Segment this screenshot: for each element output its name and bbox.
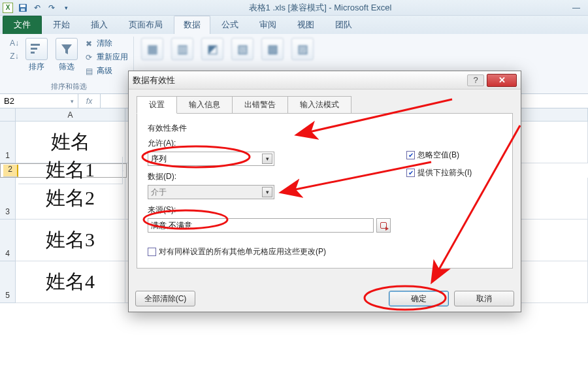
window-minimize-icon[interactable]: ― <box>567 2 585 14</box>
filter-label: 筛选 <box>59 61 74 73</box>
checkbox-checked-icon: ✔ <box>406 151 415 159</box>
tab-home[interactable]: 开始 <box>43 16 80 34</box>
sort-desc-button[interactable]: Z↓ <box>9 51 20 61</box>
sort-icon <box>25 38 48 60</box>
checkbox-checked-icon: ✔ <box>406 169 415 177</box>
tool-icon: ▧ <box>231 38 253 60</box>
filter-advanced-label: 高级 <box>97 65 112 76</box>
select-all-corner[interactable] <box>0 108 16 122</box>
chevron-down-icon: ▾ <box>262 154 272 164</box>
clear-all-button[interactable]: 全部清除(C) <box>135 291 195 306</box>
excel-app-icon: X <box>3 3 13 13</box>
checkbox-unchecked-icon: ✔ <box>148 248 156 256</box>
data-tool-2[interactable]: ▥ <box>169 37 195 60</box>
tab-team[interactable]: 团队 <box>325 16 362 34</box>
tab-review[interactable]: 审阅 <box>250 16 286 34</box>
tool-icon: ▨ <box>291 38 314 60</box>
chevron-down-icon: ▾ <box>262 187 272 197</box>
data-label: 数据(D): <box>148 171 391 182</box>
svg-rect-3 <box>31 44 40 46</box>
ignore-blank-checkbox[interactable]: ✔ 忽略空值(B) <box>406 150 472 161</box>
svg-rect-1 <box>20 5 25 7</box>
name-box[interactable]: B2 ▾ <box>0 94 78 108</box>
advanced-icon: ▤ <box>84 66 94 76</box>
cancel-button[interactable]: 取消 <box>454 291 514 306</box>
name-box-dropdown-icon[interactable]: ▾ <box>71 98 74 105</box>
data-tool-3[interactable]: ◩ <box>199 37 225 60</box>
allow-label: 允许(A): <box>148 138 391 149</box>
sort-desc-icon: Z↓ <box>9 51 20 61</box>
name-box-value: B2 <box>4 96 14 106</box>
file-tab[interactable]: 文件 <box>3 16 42 34</box>
svg-rect-5 <box>31 52 35 54</box>
filter-advanced-button[interactable]: ▤ 高级 <box>84 65 128 76</box>
data-select: 介于 ▾ <box>148 185 274 199</box>
qat-save-icon[interactable] <box>16 2 29 14</box>
sort-asc-icon: A↓ <box>9 38 20 48</box>
data-tool-1[interactable]: ▦ <box>139 37 165 60</box>
reapply-icon: ⟳ <box>84 52 94 63</box>
range-picker-icon <box>380 222 387 229</box>
row-header[interactable]: 4 <box>0 220 16 261</box>
data-validation-dialog: 数据有效性 ? ✕ 设置 输入信息 出错警告 输入法模式 有效性条件 允许(A)… <box>128 71 521 312</box>
window-title: 表格1 .xls [兼容模式] - Microsoft Excel <box>73 2 567 14</box>
tool-icon: ▩ <box>261 38 284 60</box>
cell-a4[interactable]: 姓名3 <box>16 220 125 261</box>
ok-button[interactable]: 确定 <box>389 291 449 306</box>
row-header[interactable]: 1 <box>0 122 16 163</box>
data-value: 介于 <box>151 187 167 198</box>
filter-clear-label: 清除 <box>97 38 112 49</box>
tab-view[interactable]: 视图 <box>287 16 324 34</box>
tool-icon: ▥ <box>171 38 193 60</box>
filter-icon <box>56 38 78 60</box>
provide-dropdown-label: 提供下拉箭头(I) <box>417 167 472 178</box>
fx-icon[interactable]: fx <box>78 94 101 108</box>
tool-icon: ◩ <box>201 38 223 60</box>
allow-select[interactable]: 序列 ▾ <box>148 152 274 166</box>
svg-rect-4 <box>31 48 37 50</box>
col-header-a[interactable]: A <box>16 108 125 122</box>
data-tool-5[interactable]: ▩ <box>259 37 286 60</box>
cell-a5[interactable]: 姓名4 <box>16 261 125 303</box>
tab-formula[interactable]: 公式 <box>212 16 248 34</box>
dlg-tab-input-msg[interactable]: 输入信息 <box>176 96 233 114</box>
sort-asc-button[interactable]: A↓ <box>9 38 20 48</box>
data-tool-6[interactable]: ▨ <box>289 37 316 60</box>
ignore-blank-label: 忽略空值(B) <box>417 150 459 161</box>
qat-dropdown-icon[interactable]: ▾ <box>59 2 73 14</box>
filter-reapply-label: 重新应用 <box>97 52 128 63</box>
apply-same-checkbox[interactable]: ✔ 对有同样设置的所有其他单元格应用这些更改(P) <box>148 246 326 257</box>
filter-button[interactable]: 筛选 <box>54 37 80 73</box>
qat-redo-icon[interactable]: ↷ <box>45 2 58 14</box>
dlg-tab-ime[interactable]: 输入法模式 <box>287 96 351 114</box>
tab-insert[interactable]: 插入 <box>81 16 118 34</box>
data-tool-4[interactable]: ▧ <box>229 37 255 60</box>
source-value: 满意,不满意 <box>151 220 192 231</box>
tab-layout[interactable]: 页面布局 <box>119 16 172 34</box>
row-header[interactable]: 3 <box>0 178 16 220</box>
dlg-tab-error-alert[interactable]: 出错警告 <box>232 96 288 114</box>
ribbon-group-sortfilter-label: 排序和筛选 <box>9 82 128 93</box>
cell-a2[interactable]: 姓名1 <box>18 157 123 184</box>
provide-dropdown-checkbox[interactable]: ✔ 提供下拉箭头(I) <box>406 167 472 178</box>
source-label: 来源(S): <box>148 204 391 216</box>
qat-undo-icon[interactable]: ↶ <box>31 2 44 14</box>
criteria-heading: 有效性条件 <box>148 123 502 134</box>
svg-rect-2 <box>21 8 25 11</box>
tab-data[interactable]: 数据 <box>174 16 210 34</box>
source-input[interactable]: 满意,不满意 <box>148 218 374 233</box>
filter-clear-button[interactable]: ✖ 清除 <box>84 38 128 49</box>
apply-same-label: 对有同样设置的所有其他单元格应用这些更改(P) <box>159 246 326 257</box>
allow-value: 序列 <box>151 154 167 165</box>
dlg-tab-settings[interactable]: 设置 <box>137 96 177 114</box>
cell[interactable] <box>123 171 123 171</box>
dialog-help-button[interactable]: ? <box>467 74 484 86</box>
tool-icon: ▦ <box>141 38 163 60</box>
sort-label: 排序 <box>29 61 44 73</box>
source-range-button[interactable] <box>376 218 391 233</box>
row-header[interactable]: 5 <box>0 261 16 303</box>
row-header[interactable]: 2 <box>3 165 18 177</box>
dialog-close-button[interactable]: ✕ <box>487 74 517 87</box>
filter-reapply-button[interactable]: ⟳ 重新应用 <box>84 52 128 63</box>
sort-button[interactable]: 排序 <box>24 37 50 73</box>
